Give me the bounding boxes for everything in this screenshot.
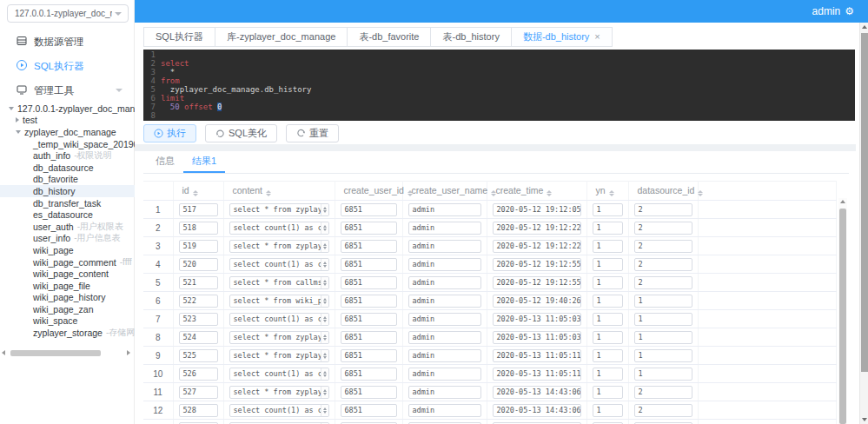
- cell-input-create_user_name[interactable]: admin: [408, 222, 481, 235]
- cell-input-content[interactable]: select * from wiki_page orde: [229, 295, 329, 308]
- tree-node-auth-info[interactable]: auth_info-权限说明: [0, 149, 135, 162]
- expand-stepper-icon[interactable]: [321, 368, 328, 380]
- cell-input-content[interactable]: select count(1) as counts fr: [229, 404, 329, 417]
- cell-input-yn[interactable]: 1: [593, 386, 623, 399]
- tree-node-test[interactable]: test: [0, 115, 135, 127]
- scrollbar-thumb[interactable]: [839, 209, 846, 424]
- sidebar-item-数据源管理[interactable]: 数据源管理: [0, 30, 135, 54]
- scroll-up-icon[interactable]: [840, 200, 845, 203]
- cell-input-create_user_id[interactable]: 6851: [341, 386, 397, 399]
- caret-down-icon[interactable]: [9, 107, 14, 110]
- cell-input-create_user_id[interactable]: 6851: [341, 368, 397, 381]
- tree-node-wiki-page-content[interactable]: wiki_page_content: [0, 268, 135, 280]
- cell-input-yn[interactable]: 1: [593, 240, 623, 253]
- cell-input-datasource_id[interactable]: 2: [634, 258, 692, 271]
- sort-asc-icon[interactable]: [547, 190, 552, 193]
- caret-down-icon[interactable]: [16, 130, 21, 134]
- reset-button[interactable]: 重置: [286, 124, 339, 142]
- cell-input-datasource_id[interactable]: 1: [634, 349, 692, 362]
- column-header-create-time[interactable]: create_time: [487, 182, 586, 201]
- sort-desc-icon[interactable]: [266, 194, 271, 196]
- scroll-right-icon[interactable]: [127, 350, 130, 355]
- cell-input-create_time[interactable]: 2020-05-12 19:12:55: [493, 276, 581, 289]
- cell-input-create_user_name[interactable]: admin: [408, 331, 481, 344]
- tree-node-es-datasource[interactable]: es_datasource: [0, 209, 135, 221]
- cell-input-datasource_id[interactable]: 2: [634, 203, 692, 216]
- cell-input-yn[interactable]: 1: [593, 276, 623, 289]
- expand-stepper-icon[interactable]: [321, 387, 328, 398]
- cell-input-yn[interactable]: 1: [593, 313, 623, 326]
- tree-node-db-datasource[interactable]: db_datasource: [0, 162, 135, 174]
- tree-node-zyplayer-doc-manage[interactable]: zyplayer_doc_manage: [0, 126, 135, 138]
- tree-node-wiki-page[interactable]: wiki_page: [0, 244, 135, 256]
- cell-input-datasource_id[interactable]: 1: [634, 295, 692, 308]
- cell-input-id[interactable]: 528: [179, 404, 218, 417]
- sort-desc-icon[interactable]: [547, 194, 552, 196]
- results-tab-信息[interactable]: 信息: [147, 151, 183, 173]
- expand-stepper-icon[interactable]: [321, 332, 328, 343]
- cell-input-id[interactable]: 521: [179, 276, 218, 289]
- cell-input-create_user_id[interactable]: 6851: [341, 331, 397, 344]
- tree-node-zyplayer-storage[interactable]: zyplayer_storage-存储网页上: [0, 327, 135, 339]
- tab-sql执行器[interactable]: SQL执行器: [143, 27, 215, 47]
- sidebar-horizontal-scrollbar[interactable]: [2, 349, 130, 356]
- cell-input-create_time[interactable]: 2020-05-13 14:43:06: [493, 386, 581, 399]
- cell-input-id[interactable]: 519: [179, 240, 218, 253]
- cell-input-yn[interactable]: 1: [593, 258, 623, 271]
- cell-input-datasource_id[interactable]: 1: [634, 368, 692, 381]
- sort-asc-icon[interactable]: [193, 190, 198, 193]
- cell-input-create_time[interactable]: 2020-05-13 11:05:03: [493, 331, 581, 344]
- cell-input-create_user_id[interactable]: 6851: [341, 222, 397, 235]
- cell-input-content[interactable]: select count(1) as counts fr: [229, 368, 329, 381]
- cell-input-id[interactable]: 525: [179, 349, 218, 362]
- cell-input-create_user_id[interactable]: 6851: [341, 240, 397, 253]
- cell-input-yn[interactable]: 1: [593, 222, 623, 235]
- cell-input-yn[interactable]: 1: [593, 331, 623, 344]
- cell-input-content[interactable]: select * from zyplayer_doc_m: [229, 240, 329, 253]
- tab-库-zyplayer-doc-manage[interactable]: 库-zyplayer_doc_manage: [215, 27, 348, 47]
- expand-stepper-icon[interactable]: [321, 350, 328, 361]
- results-tab-结果1[interactable]: 结果1: [183, 151, 225, 173]
- expand-stepper-icon[interactable]: [321, 259, 328, 270]
- run-button[interactable]: 执行: [143, 124, 196, 142]
- cell-input-id[interactable]: 517: [179, 203, 218, 216]
- beautify-button[interactable]: SQL美化: [205, 124, 277, 142]
- cell-input-yn[interactable]: 1: [593, 404, 623, 417]
- tab-表-db-history[interactable]: 表-db_history: [430, 27, 511, 47]
- cell-input-create_time[interactable]: 2020-05-13 11:05:11: [493, 368, 581, 381]
- cell-input-create_user_name[interactable]: admin: [408, 349, 481, 362]
- cell-input-yn[interactable]: 1: [593, 368, 623, 381]
- expand-stepper-icon[interactable]: [321, 241, 328, 252]
- sort-desc-icon[interactable]: [698, 194, 703, 196]
- cell-input-content[interactable]: select * from zyplayer_doc_m: [229, 349, 329, 362]
- cell-input-create_user_name[interactable]: admin: [408, 386, 481, 399]
- sort-icons[interactable]: [547, 190, 552, 196]
- expand-stepper-icon[interactable]: [321, 204, 328, 215]
- cell-input-create_user_name[interactable]: admin: [408, 404, 481, 417]
- cell-input-create_time[interactable]: 2020-05-12 19:12:22: [493, 240, 581, 253]
- scroll-down-icon[interactable]: [862, 418, 867, 421]
- sidebar-item-管理工具[interactable]: 管理工具: [0, 78, 135, 103]
- scrollbar-thumb[interactable]: [10, 350, 101, 356]
- sort-desc-icon[interactable]: [193, 194, 198, 196]
- cell-input-create_user_name[interactable]: admin: [408, 240, 481, 253]
- cell-input-create_time[interactable]: 2020-05-13 14:43:06: [493, 404, 581, 417]
- cell-input-id[interactable]: 518: [179, 222, 218, 235]
- cell-input-yn[interactable]: 1: [593, 349, 623, 362]
- cell-input-id[interactable]: 523: [179, 313, 218, 326]
- cell-input-create_user_name[interactable]: admin: [408, 203, 481, 216]
- scrollbar-thumb[interactable]: [861, 33, 868, 372]
- sort-icons[interactable]: [698, 190, 703, 196]
- cell-input-create_user_id[interactable]: 6851: [341, 276, 397, 289]
- expand-stepper-icon[interactable]: [321, 222, 328, 234]
- cell-input-create_time[interactable]: 2020-05-12 19:40:26: [493, 295, 581, 308]
- cell-input-content[interactable]: select count(1) as counts fr: [229, 222, 329, 235]
- page-vertical-scrollbar[interactable]: [859, 23, 868, 424]
- cell-input-create_user_id[interactable]: 6851: [341, 258, 397, 271]
- cell-input-create_user_id[interactable]: 6851: [341, 313, 397, 326]
- cell-input-datasource_id[interactable]: 2: [634, 386, 692, 399]
- close-icon[interactable]: ×: [594, 32, 600, 42]
- datasource-select[interactable]: 127.0.0.1-zyplayer_doc_manage: [7, 4, 129, 23]
- tree-node-wiki-page-zan[interactable]: wiki_page_zan: [0, 303, 135, 315]
- sql-editor[interactable]: 12select3 *4from5 zyplayer_doc_manage.db…: [143, 50, 855, 121]
